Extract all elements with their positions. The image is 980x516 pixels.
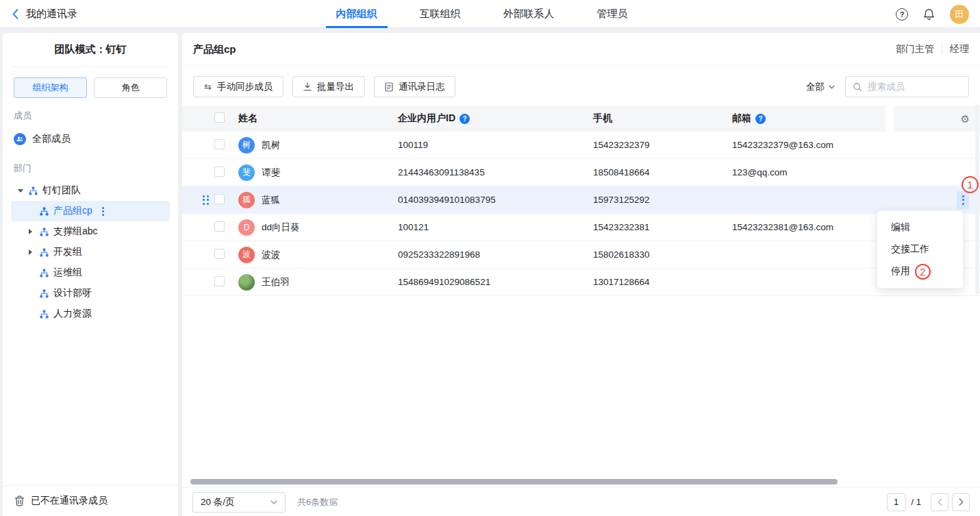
member-user-id: 21443463091138435 — [398, 167, 593, 177]
row-checkbox[interactable] — [214, 167, 225, 177]
search-input[interactable] — [868, 82, 962, 92]
table-row[interactable]: D dd向日葵 100121 15423232381 15423232381@1… — [182, 214, 980, 241]
next-page-button[interactable] — [952, 493, 970, 511]
tree-node-support-group[interactable]: 支撑组abc — [11, 221, 170, 242]
member-avatar-photo — [238, 274, 255, 291]
tab-internal-org[interactable]: 内部组织 — [336, 0, 377, 28]
removed-members-entry[interactable]: 已不在通讯录成员 — [3, 485, 178, 516]
member-name: 蓝狐 — [262, 194, 280, 206]
department-icon — [40, 289, 49, 298]
tree-node-dev-group[interactable]: 开发组 — [11, 242, 170, 262]
page-size-select[interactable]: 20 条/页 — [192, 492, 286, 513]
member-name: 凯树 — [262, 139, 280, 151]
page-size-label: 20 条/页 — [201, 496, 235, 508]
drag-handle-icon[interactable] — [197, 195, 214, 205]
members-section-label: 成员 — [14, 110, 167, 122]
download-icon — [303, 82, 312, 91]
table-row-highlighted[interactable]: 狐 蓝狐 0140393949101083795 15973125292 — [182, 186, 980, 214]
removed-members-label: 已不在通讯录成员 — [31, 495, 108, 507]
member-phone: 18508418664 — [593, 167, 732, 177]
tree-node-ops-group[interactable]: 运维组 — [11, 262, 170, 283]
prev-page-button[interactable] — [931, 493, 948, 511]
member-email: 15423232379@163.com — [732, 140, 894, 150]
filter-dropdown[interactable]: 全部 — [806, 81, 835, 93]
tree-node-label: 产品组cp — [53, 205, 92, 217]
primary-tabs: 内部组织 互联组织 外部联系人 管理员 — [0, 0, 972, 28]
contact-log-button[interactable]: 通讯录日志 — [374, 76, 456, 97]
tab-external-contacts[interactable]: 外部联系人 — [503, 0, 555, 28]
table-row[interactable]: 波 波波 0925233322891968 15802618330 — [182, 241, 980, 269]
people-icon — [14, 133, 26, 145]
select-all-checkbox[interactable] — [214, 112, 225, 123]
manager-link[interactable]: 经理 — [950, 43, 969, 56]
notification-bell-icon[interactable] — [923, 8, 935, 21]
row-checkbox[interactable] — [214, 221, 225, 232]
member-name: dd向日葵 — [262, 221, 300, 234]
page-total-label: / 1 — [912, 497, 921, 507]
menu-item-disable[interactable]: 停用 2 — [877, 260, 963, 282]
row-checkbox[interactable] — [214, 139, 225, 149]
topbar-actions: ? 田 — [896, 0, 969, 28]
tab-connected-org[interactable]: 互联组织 — [420, 0, 461, 28]
tree-node-product-group[interactable]: 产品组cp — [11, 201, 170, 221]
tree-node-hr[interactable]: 人力资源 — [11, 304, 170, 324]
department-icon — [40, 269, 49, 278]
sidebar-item-all-members[interactable]: 全部成员 — [3, 127, 178, 151]
current-page-input[interactable]: 1 — [887, 493, 906, 511]
menu-item-handover[interactable]: 交接工作 — [877, 238, 963, 260]
member-avatar: D — [238, 219, 255, 236]
search-box[interactable] — [845, 76, 969, 97]
caret-right-icon[interactable] — [29, 249, 32, 255]
column-name: 姓名 — [238, 112, 398, 125]
member-name: 谭斐 — [262, 167, 280, 179]
tree-node-label: 人力资源 — [53, 308, 92, 320]
manual-sync-button[interactable]: ⇆ 手动同步成员 — [193, 76, 284, 97]
row-checkbox[interactable] — [214, 249, 225, 259]
horizontal-scrollbar-thumb[interactable] — [190, 479, 838, 484]
search-icon — [853, 82, 862, 92]
tree-node-design-dept[interactable]: 设计部呀 — [11, 283, 170, 304]
more-options-icon[interactable] — [102, 207, 104, 216]
member-avatar: 狐 — [238, 192, 255, 208]
tree-node-root[interactable]: 钉钉团队 — [11, 180, 170, 201]
tab-admins[interactable]: 管理员 — [597, 0, 628, 28]
toolbar: ⇆ 手动同步成员 批量导出 通讯录日志 全部 — [182, 66, 980, 106]
main-header: 产品组cp 部门主管 经理 — [182, 33, 980, 66]
contact-log-label: 通讯录日志 — [399, 81, 445, 93]
caret-right-icon[interactable] — [29, 229, 32, 234]
org-structure-button[interactable]: 组织架构 — [14, 77, 87, 98]
pager: 1 / 1 — [887, 493, 970, 511]
column-settings-gear-icon[interactable]: ⚙ — [961, 114, 970, 124]
sync-icon: ⇆ — [204, 82, 212, 92]
user-avatar[interactable]: 田 — [950, 5, 969, 24]
email-help-icon[interactable]: ? — [755, 114, 766, 124]
member-user-id: 154869491029086521 — [398, 277, 593, 287]
row-checkbox[interactable] — [214, 276, 225, 286]
row-checkbox[interactable] — [214, 194, 225, 204]
topbar: 我的通讯录 内部组织 互联组织 外部联系人 管理员 ? 田 — [0, 0, 980, 28]
table-row[interactable]: 树 凯树 100119 15423232379 15423232379@163.… — [182, 132, 980, 159]
row-more-actions-button[interactable] — [957, 191, 969, 209]
table-row[interactable]: 斐 谭斐 21443463091138435 18508418664 123@q… — [182, 159, 980, 186]
department-icon — [40, 248, 49, 257]
sidebar: 团队模式：钉钉 组织架构 角色 成员 全部成员 部门 — [3, 33, 178, 516]
help-icon[interactable]: ? — [896, 8, 908, 21]
vertical-scrollbar-track[interactable] — [975, 104, 979, 295]
member-phone: 15973125292 — [593, 195, 732, 205]
trash-icon — [14, 495, 25, 506]
app-root: 我的通讯录 内部组织 互联组织 外部联系人 管理员 ? 田 团队模式：钉钉 组织… — [0, 0, 980, 516]
tree-node-label: 设计部呀 — [53, 287, 92, 299]
main-panel: 产品组cp 部门主管 经理 ⇆ 手动同步成员 批量导出 — [182, 33, 980, 516]
member-avatar: 波 — [238, 247, 255, 263]
caret-down-icon[interactable] — [18, 189, 23, 193]
dept-manager-link[interactable]: 部门主管 — [896, 43, 934, 56]
member-email: 15423232381@163.com — [732, 222, 894, 232]
user-id-help-icon[interactable]: ? — [460, 114, 470, 124]
department-tree: 钉钉团队 产品组cp 支撑组abc — [3, 180, 178, 324]
column-phone: 手机 — [593, 112, 732, 125]
member-user-id: 100121 — [398, 222, 593, 232]
role-button[interactable]: 角色 — [94, 77, 167, 98]
menu-item-edit[interactable]: 编辑 — [877, 217, 963, 238]
batch-export-button[interactable]: 批量导出 — [292, 76, 365, 97]
table-row[interactable]: 王伯羽 154869491029086521 13017128664 — [182, 269, 980, 296]
